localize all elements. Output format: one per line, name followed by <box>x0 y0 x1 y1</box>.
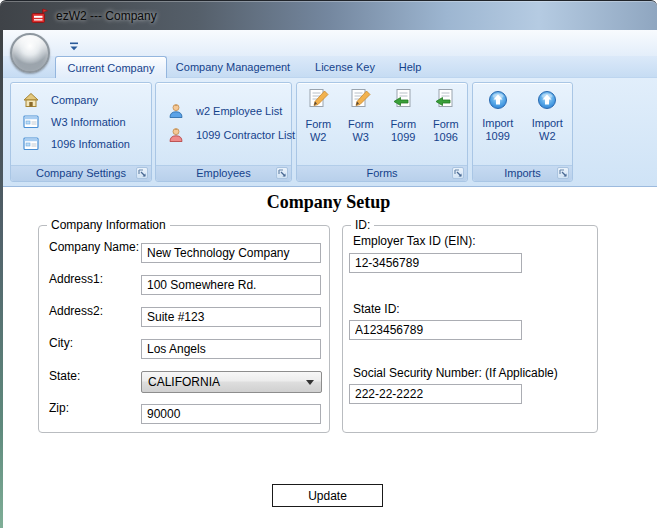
address2-label: Address2: <box>49 304 103 318</box>
ein-input[interactable] <box>349 253 522 273</box>
ribbon-button-label: Form1096 <box>433 118 459 144</box>
ribbon-item-1099-contractor-list[interactable]: 1099 Contractor List <box>156 123 291 147</box>
tab-current-company[interactable]: Current Company <box>55 56 167 78</box>
window-left-edge <box>0 30 3 528</box>
dialog-launcher-icon[interactable] <box>136 167 148 179</box>
ribbon-button-label: Form1099 <box>390 118 416 144</box>
ribbon-item-w3-information[interactable]: W3 Information <box>11 111 151 133</box>
application-orb-button[interactable] <box>10 33 50 73</box>
house-icon <box>23 92 39 108</box>
groupbox-legend: ID: <box>351 218 374 232</box>
ribbon-item-label: w2 Employee List <box>196 105 282 117</box>
ribbon-button-label: Import1099 <box>482 117 513 143</box>
zip-input[interactable] <box>141 404 321 424</box>
person-blue-icon <box>168 103 184 119</box>
dialog-launcher-icon[interactable] <box>557 167 569 179</box>
tab-label: License Key <box>315 61 375 73</box>
ribbon-item-label: 1096 Infomation <box>51 138 130 150</box>
ein-label: Employer Tax ID (EIN): <box>353 234 475 248</box>
ribbon-item-1096-infomation[interactable]: 1096 Infomation <box>11 133 151 155</box>
group-forms: FormW2 <box>296 82 468 182</box>
form-arrow-icon <box>434 88 457 111</box>
group-employees: w2 Employee List 1099 Contractor List <box>155 82 292 182</box>
zip-label: Zip: <box>49 401 69 415</box>
chevron-down-icon <box>306 380 314 385</box>
ribbon-button-form-1099[interactable]: Form1099 <box>382 83 425 165</box>
app-icon <box>31 8 48 24</box>
group-caption-label: Imports <box>504 167 541 179</box>
titlebar: ezW2 --- Company <box>0 0 657 30</box>
tab-license-key[interactable]: License Key <box>308 56 382 78</box>
group-caption-label: Forms <box>366 167 397 179</box>
import-up-arrow-icon <box>488 90 508 110</box>
ribbon-button-import-w2[interactable]: ImportW2 <box>523 83 573 165</box>
tab-label: Help <box>399 61 422 73</box>
company-name-label: Company Name: <box>49 240 139 254</box>
form-list-icon <box>23 114 39 130</box>
update-button[interactable]: Update <box>272 484 383 507</box>
ribbon-item-label: W3 Information <box>51 116 126 128</box>
form-list-icon <box>23 136 39 152</box>
tab-help[interactable]: Help <box>390 56 430 78</box>
address2-input[interactable] <box>141 307 321 327</box>
group-company-settings: Company W3 Information <box>10 82 152 182</box>
dialog-launcher-icon[interactable] <box>276 167 288 179</box>
company-information-groupbox: Company Information Company Name: Addres… <box>38 225 330 433</box>
id-groupbox: ID: Employer Tax ID (EIN): State ID: Soc… <box>342 225 598 433</box>
state-id-label: State ID: <box>353 302 400 316</box>
ribbon-item-label: Company <box>51 94 98 106</box>
ribbon-button-form-1096[interactable]: Form1096 <box>425 83 468 165</box>
ribbon-button-import-1099[interactable]: Import1099 <box>473 83 523 165</box>
state-select-value: CALIFORNIA <box>148 375 220 389</box>
company-name-input[interactable] <box>141 243 321 263</box>
ribbon: Current Company Company Management Licen… <box>0 30 657 187</box>
tab-label: Current Company <box>68 62 155 74</box>
tab-company-management[interactable]: Company Management <box>172 56 294 78</box>
form-edit-icon <box>307 88 330 111</box>
form-edit-icon <box>349 88 372 111</box>
state-id-input[interactable] <box>349 320 522 340</box>
quick-access-toolbar <box>0 30 657 56</box>
group-caption-label: Company Settings <box>36 167 126 179</box>
ribbon-item-w2-employee-list[interactable]: w2 Employee List <box>156 99 291 123</box>
company-setup-panel: Company Setup Company Information Compan… <box>0 187 657 528</box>
page-title: Company Setup <box>0 192 657 213</box>
group-caption-label: Employees <box>196 167 250 179</box>
person-red-icon <box>168 127 184 143</box>
city-input[interactable] <box>141 339 321 359</box>
ribbon-tab-bar: Current Company Company Management Licen… <box>0 56 657 78</box>
ssn-input[interactable] <box>349 384 522 404</box>
group-caption-company-settings: Company Settings <box>11 165 151 181</box>
group-imports: Import1099 <box>472 82 573 182</box>
ribbon-button-form-w3[interactable]: FormW3 <box>340 83 383 165</box>
app-window: ezW2 --- Company Current Company Company… <box>0 0 657 528</box>
ribbon-item-label: 1099 Contractor List <box>196 129 295 141</box>
ribbon-body: Company W3 Information <box>0 78 657 187</box>
window-title: ezW2 --- Company <box>56 1 157 31</box>
dialog-launcher-icon[interactable] <box>452 167 464 179</box>
ribbon-item-company[interactable]: Company <box>11 89 151 111</box>
address1-label: Address1: <box>49 272 103 286</box>
import-up-arrow-icon <box>537 90 557 110</box>
city-label: City: <box>49 336 73 350</box>
group-caption-imports: Imports <box>473 165 572 181</box>
state-select[interactable]: CALIFORNIA <box>141 371 322 393</box>
ssn-label: Social Security Number: (If Applicable) <box>353 366 558 380</box>
ribbon-button-label: FormW2 <box>305 118 331 144</box>
state-label: State: <box>49 369 80 383</box>
ribbon-button-label: ImportW2 <box>532 117 563 143</box>
group-caption-forms: Forms <box>297 165 467 181</box>
address1-input[interactable] <box>141 275 321 295</box>
quick-access-dropdown-icon[interactable] <box>68 38 80 48</box>
ribbon-button-label: FormW3 <box>348 118 374 144</box>
group-caption-employees: Employees <box>156 165 291 181</box>
form-arrow-icon <box>392 88 415 111</box>
groupbox-legend: Company Information <box>47 218 170 232</box>
ribbon-button-form-w2[interactable]: FormW2 <box>297 83 340 165</box>
tab-label: Company Management <box>176 61 290 73</box>
